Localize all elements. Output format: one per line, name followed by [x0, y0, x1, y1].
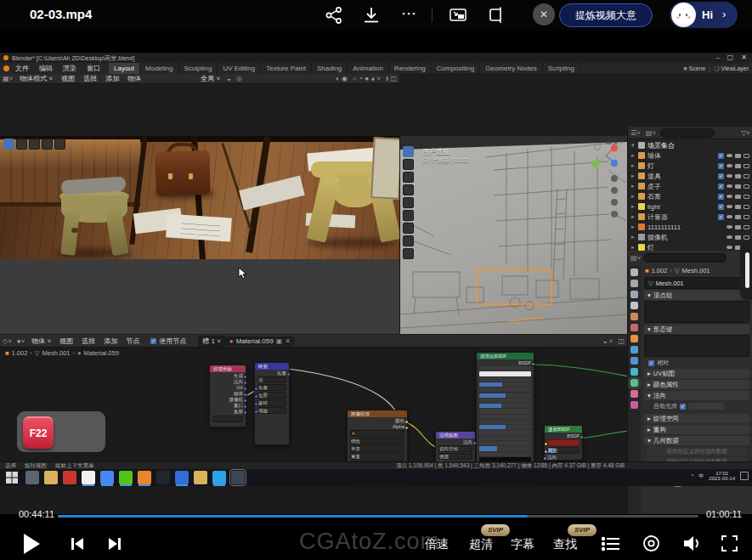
window-close-icon[interactable]: ✕	[741, 54, 747, 61]
render-camera-icon[interactable]	[735, 154, 741, 158]
include-checkbox[interactable]: ✓	[718, 153, 724, 159]
include-checkbox[interactable]: ✓	[718, 163, 724, 169]
workspace-tab[interactable]: Texture Paint	[261, 63, 312, 74]
minimize-icon[interactable]: –	[716, 54, 720, 61]
workspace-tab[interactable]: Sculpting	[179, 63, 218, 74]
visibility-eye-icon[interactable]	[727, 164, 732, 167]
include-checkbox[interactable]: ✓	[718, 173, 724, 179]
visibility-eye-icon[interactable]	[727, 154, 732, 157]
overlays-toggle-icon[interactable]: ◐ ◉	[333, 75, 350, 82]
app-icon[interactable]	[212, 471, 226, 484]
bsdf-input-row[interactable]	[479, 371, 531, 376]
bsdf-input-row[interactable]	[479, 366, 531, 371]
app-icon[interactable]	[25, 471, 39, 484]
tool-button[interactable]	[403, 248, 414, 259]
workspace-tab[interactable]: UV Editing	[218, 63, 261, 74]
pause-icon[interactable]: ‖ ◫	[383, 75, 399, 82]
node-menu-item[interactable]: 选择	[77, 337, 99, 346]
properties-tab-icon[interactable]	[630, 346, 638, 354]
render-viewport[interactable]	[0, 136, 399, 259]
input-socket[interactable]	[254, 410, 258, 414]
previous-button[interactable]	[70, 536, 85, 552]
shape-keys-list[interactable]	[644, 335, 749, 357]
app-icon[interactable]	[138, 471, 151, 484]
input-socket[interactable]	[254, 402, 258, 406]
workspace-tab[interactable]: Rendering	[389, 63, 432, 74]
bsdf-input-row[interactable]	[479, 409, 531, 413]
properties-tab-icon[interactable]	[630, 313, 638, 320]
viewport-display-icon[interactable]	[744, 235, 749, 240]
node-menu-item[interactable]: 节点	[122, 337, 144, 346]
tool-button[interactable]	[403, 184, 414, 195]
cast-screen-icon[interactable]	[487, 6, 506, 25]
visibility-eye-icon[interactable]	[727, 246, 732, 249]
wireframe-viewport[interactable]: 用户透视 (2) 计量器 | 1.002 选项 ˅	[399, 136, 628, 334]
search-in-video-button[interactable]: 查找	[553, 537, 577, 552]
visibility-eye-icon[interactable]	[727, 174, 732, 178]
bsdf-input-row[interactable]	[479, 415, 531, 419]
node-dropdown-row[interactable]: 线性	[350, 438, 404, 444]
properties-tab-icon[interactable]	[630, 280, 638, 287]
viewport-display-icon[interactable]	[744, 184, 749, 189]
bsdf-input-row[interactable]	[479, 404, 531, 408]
outliner-row[interactable]: ▸摄像机	[628, 232, 752, 242]
app-icon[interactable]	[194, 471, 207, 484]
viewport-display-icon[interactable]	[744, 164, 749, 168]
properties-tab-icon[interactable]	[630, 357, 638, 365]
app-icon[interactable]	[63, 471, 76, 484]
options-dropdown[interactable]: 选项 ˅	[606, 138, 623, 146]
bsdf-input-row[interactable]	[479, 393, 531, 398]
workspace-tab[interactable]: Animation	[348, 63, 389, 74]
start-button-icon[interactable]	[5, 471, 19, 484]
viewport-toolbar[interactable]	[403, 146, 414, 261]
viewport-display-icon[interactable]	[744, 174, 749, 178]
viewport-display-icon[interactable]	[744, 195, 749, 199]
playlist-icon[interactable]	[602, 536, 620, 552]
visibility-eye-icon[interactable]	[727, 184, 732, 188]
bsdf-input-row[interactable]	[479, 387, 531, 392]
bsdf-input-row[interactable]	[479, 377, 531, 382]
visibility-eye-icon[interactable]	[727, 205, 732, 208]
next-button[interactable]	[107, 536, 122, 552]
render-camera-icon[interactable]	[735, 205, 741, 209]
material-selector[interactable]: ● Material.059 ▣✕	[225, 337, 295, 346]
ime-indicator[interactable]: 中	[698, 472, 704, 480]
properties-tab-icon[interactable]	[630, 291, 638, 298]
mode-dropdown[interactable]: 物体模式 ˅	[15, 74, 57, 83]
viewport-display-icon[interactable]	[744, 225, 749, 229]
bsdf-input-row[interactable]	[479, 399, 531, 403]
workspace-tab[interactable]: Modeling	[140, 63, 178, 74]
proportional-edit-icon[interactable]: ◎	[234, 75, 245, 82]
section-uv-maps[interactable]: ▸UV贴图	[644, 369, 749, 378]
render-camera-icon[interactable]	[735, 164, 741, 168]
tool-button[interactable]	[403, 197, 414, 208]
node-menu-item[interactable]: 添加	[99, 337, 122, 346]
section-color-attributes[interactable]: ▸颜色属性	[644, 380, 749, 389]
viewport-menu-item[interactable]: 添加	[101, 74, 123, 83]
output-socket[interactable]	[243, 387, 247, 391]
properties-tab-icon[interactable]	[630, 390, 638, 398]
assistant-hi-button[interactable]: Hi ›	[670, 2, 738, 28]
output-socket[interactable]	[243, 399, 247, 403]
bsdf-input-row[interactable]	[479, 441, 531, 445]
app-icon[interactable]	[231, 471, 245, 484]
orientation-dropdown[interactable]: 全局 ˅	[196, 74, 224, 83]
menu-item[interactable]: 文件	[10, 63, 34, 74]
visibility-eye-icon[interactable]	[727, 225, 732, 229]
outliner-row[interactable]: ▸道具✓	[628, 171, 752, 181]
outliner-root-row[interactable]: ▾ 场景集合	[628, 140, 752, 150]
output-socket[interactable]	[243, 381, 247, 385]
app-icon[interactable]	[119, 471, 133, 484]
notification-icon[interactable]	[740, 472, 749, 480]
add-split-normals-button[interactable]: 添加自定义拆分法向数据	[647, 447, 747, 455]
tool-button[interactable]	[403, 235, 414, 246]
node-texture-coordinate[interactable]: 纹理坐标 生成法向UV物体摄像机窗口反射	[209, 365, 246, 427]
viewport-display-icon[interactable]	[744, 154, 749, 158]
filter-icon[interactable]: ▽˅	[738, 129, 752, 137]
node-input-row[interactable]: 位置	[257, 392, 286, 399]
outliner-row[interactable]: ▸1111111111	[628, 222, 752, 232]
bsdf-input-row[interactable]	[479, 446, 531, 450]
subtitles-button[interactable]: 字幕	[511, 537, 534, 552]
quality-button[interactable]: 超清	[469, 537, 493, 552]
section-normals[interactable]: ▾法向	[644, 391, 749, 400]
